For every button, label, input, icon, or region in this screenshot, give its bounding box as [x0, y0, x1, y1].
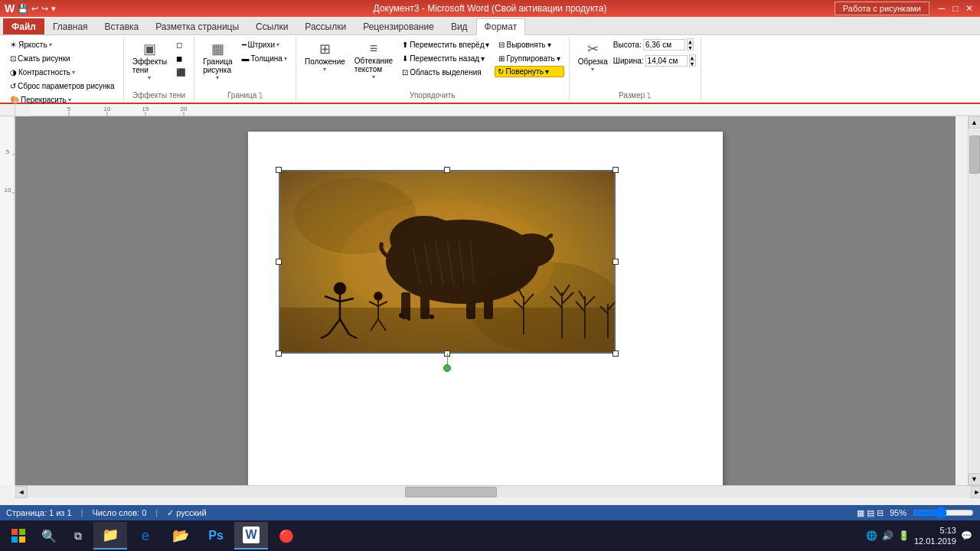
shadow-effects-button[interactable]: ▣ Эффектытени ▾: [129, 38, 171, 83]
shadow-btn2[interactable]: ◼: [172, 52, 189, 65]
rotate-line: [447, 354, 448, 364]
scroll-up-button[interactable]: ▲: [969, 116, 981, 129]
reset-button[interactable]: ↺Сброс параметров рисунка: [6, 80, 119, 93]
selection-area-button[interactable]: ⊡Область выделения: [398, 66, 493, 79]
height-input[interactable]: [643, 39, 685, 51]
clock[interactable]: 5:13 12.01.2019: [914, 525, 956, 547]
rotate-button[interactable]: ↻Повернуть▾: [495, 66, 564, 77]
qa-dropdown[interactable]: ▾: [51, 4, 56, 14]
scroll-down-button[interactable]: ▼: [969, 473, 981, 485]
img-selection[interactable]: [279, 170, 616, 354]
tab-review[interactable]: Рецензирование: [354, 18, 443, 34]
shadow-icon: ▣: [143, 41, 156, 57]
dash-button[interactable]: ━Штрихи▾: [238, 38, 291, 51]
tab-format[interactable]: Формат: [476, 18, 526, 35]
qa-undo[interactable]: ↩: [31, 4, 38, 14]
taskbar-explorer2[interactable]: 📂: [164, 522, 198, 549]
close-button[interactable]: ✕: [963, 2, 975, 15]
shadow-label: Эффектытени: [132, 57, 167, 74]
rotate-handle[interactable]: [443, 364, 451, 372]
tray-icon1[interactable]: 🌐: [866, 530, 877, 541]
start-button[interactable]: [3, 522, 34, 549]
tab-refs[interactable]: Ссылки: [247, 18, 296, 34]
scroll-track[interactable]: [969, 129, 980, 472]
qa-save[interactable]: 💾: [18, 4, 28, 14]
tab-view[interactable]: Вид: [443, 18, 476, 34]
brightness-button[interactable]: ☀Яркость▾: [6, 38, 119, 51]
task-view-button[interactable]: ⧉: [64, 522, 92, 549]
minimize-button[interactable]: ─: [936, 2, 948, 15]
tray-icon3[interactable]: 🔋: [898, 530, 910, 541]
scrollbar-horizontal[interactable]: ◄ ►: [15, 485, 980, 497]
scroll-left-button[interactable]: ◄: [15, 486, 28, 498]
crop-button[interactable]: ✂ Обрезка ▾: [574, 38, 612, 75]
border-picture-button[interactable]: ▦ Границарисунка ▾: [199, 38, 236, 83]
explorer-icon: 📁: [102, 527, 119, 543]
handle-bottom-left[interactable]: [276, 350, 282, 357]
scroll-h-thumb[interactable]: [405, 487, 497, 497]
handle-middle-right[interactable]: [612, 259, 619, 265]
contrast-button[interactable]: ◑Контрастность▾: [6, 66, 119, 79]
handle-middle-left[interactable]: [276, 259, 282, 265]
scroll-right-button[interactable]: ►: [971, 486, 980, 498]
height-row: Высота: ▲ ▼: [613, 38, 696, 51]
taskbar-word[interactable]: W: [234, 522, 268, 549]
zoom-slider[interactable]: [913, 507, 974, 519]
handle-top-middle[interactable]: [444, 167, 450, 173]
group-button[interactable]: ⊞Группировать▾: [495, 52, 564, 65]
taskbar-photoshop[interactable]: Ps: [199, 522, 233, 549]
tab-insert[interactable]: Вставка: [96, 18, 148, 34]
width-down[interactable]: ▼: [689, 60, 696, 67]
ruler-corner: [0, 104, 15, 116]
maximize-button[interactable]: □: [949, 2, 962, 15]
handle-bottom-right[interactable]: [612, 350, 619, 357]
title-bar: W 💾 ↩ ↪ ▾ Документ3 - Microsoft Word (Св…: [0, 0, 980, 17]
tab-layout[interactable]: Разметка страницы: [147, 18, 247, 34]
scrollbar-vertical[interactable]: ▲ ▼: [968, 116, 980, 485]
spell-check[interactable]: ✓ русский: [167, 508, 206, 518]
scroll-h-track[interactable]: [28, 486, 971, 497]
scroll-thumb[interactable]: [969, 135, 980, 174]
ruler-horizontal: // Will be drawn via inline 5 10 15 20: [31, 104, 980, 116]
crop-icon: ✂: [587, 41, 599, 57]
position-button[interactable]: ⊞ Положение ▾: [301, 38, 349, 75]
svg-rect-28: [484, 294, 493, 319]
tab-mail[interactable]: Рассылки: [296, 18, 354, 34]
ribbon-group-shadow: ▣ Эффектытени ▾ ◻ ◼ ⬛ Эффекты тени: [126, 37, 194, 101]
move-forward-button[interactable]: ⬆Переместить вперёд▾: [398, 38, 493, 51]
taskbar-explorer[interactable]: 📁: [93, 522, 127, 549]
compress-button[interactable]: ⊡Сжать рисунки: [6, 52, 119, 65]
tab-home[interactable]: Главная: [44, 18, 96, 34]
handle-top-right[interactable]: [612, 167, 619, 173]
border-icon: ▦: [211, 41, 224, 57]
window-controls[interactable]: ─ □ ✕: [936, 2, 975, 15]
shadow-btn1[interactable]: ◻: [172, 38, 189, 51]
group-shadow-label: Эффекты тени: [129, 91, 189, 101]
thickness-button[interactable]: ▬Толщина▾: [238, 52, 291, 65]
ribbon-group-border: ▦ Границарисунка ▾ ━Штрихи▾ ▬Толщина▾ Гр…: [196, 37, 296, 101]
width-up[interactable]: ▲: [689, 54, 696, 60]
height-down[interactable]: ▼: [687, 44, 694, 51]
image-wrapper[interactable]: [279, 170, 692, 355]
width-spinners: ▲ ▼: [689, 54, 696, 67]
tab-file[interactable]: Файл: [3, 18, 44, 34]
taskbar-unknown[interactable]: 🔴: [270, 522, 303, 549]
svg-text:10: 10: [5, 187, 11, 194]
position-label: Положение: [305, 57, 345, 66]
crop-arrow: ▾: [591, 66, 594, 73]
notification-icon[interactable]: 💬: [961, 530, 972, 541]
search-taskbar-button[interactable]: 🔍: [35, 522, 63, 549]
align-button[interactable]: ⊟Выровнять▾: [495, 38, 564, 51]
group-size-label: Размер ⤵: [574, 91, 696, 101]
view-icons[interactable]: ▦ ▤ ⊟: [857, 508, 884, 518]
width-input[interactable]: [645, 55, 688, 67]
handle-top-left[interactable]: [276, 167, 282, 173]
taskbar-edge[interactable]: e: [129, 522, 162, 549]
tray-icon2[interactable]: 🔊: [882, 530, 893, 541]
text-wrap-button[interactable]: ≡ Обтеканиетекстом ▾: [351, 38, 397, 83]
height-up[interactable]: ▲: [687, 38, 694, 44]
qa-redo[interactable]: ↪: [41, 4, 48, 14]
move-back-button[interactable]: ⬇Переместить назад▾: [398, 52, 493, 65]
shadow-btn3[interactable]: ⬛: [172, 66, 189, 79]
svg-text:15: 15: [142, 106, 149, 112]
